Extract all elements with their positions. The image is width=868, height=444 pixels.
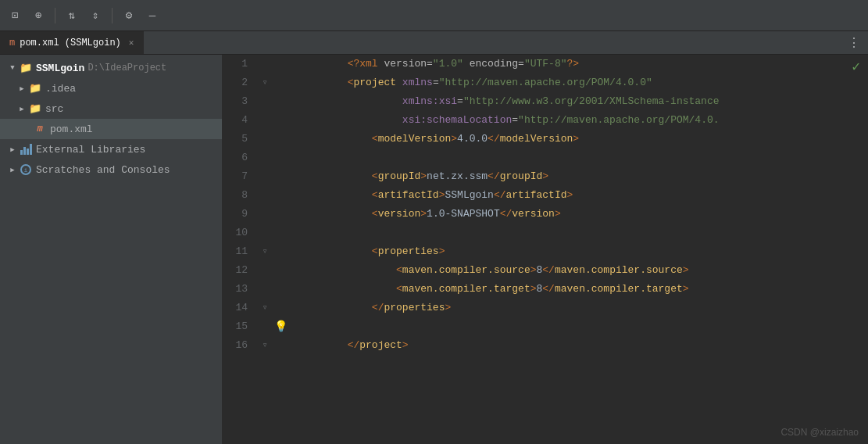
src-arrow: ▶ — [16, 102, 28, 115]
code-area[interactable]: <?xml version="1.0" encoding="UTF-8"?> ✓… — [254, 55, 868, 444]
sidebar-item-pomxml[interactable]: m pom.xml — [0, 119, 222, 139]
line-number: 14 — [232, 299, 248, 317]
main-layout: ▼ 📁 SSMLgoin D:\IdeaProject ▶ 📁 .idea ▶ … — [0, 55, 868, 444]
code-line-9: <version>1.0-SNAPSHOT</version> — [257, 205, 868, 224]
code-line-5: <modelVersion>4.0.0</modelVersion> — [257, 130, 868, 149]
pomxml-icon: m — [33, 122, 47, 136]
toolbar-icon-square[interactable]: ⊡ — [6, 7, 23, 24]
line-number: 7 — [232, 167, 248, 186]
extlib-icon — [19, 142, 33, 156]
line-number: 3 — [232, 92, 248, 111]
fold-icon-11[interactable]: ▿ — [257, 244, 273, 260]
line-number: 13 — [232, 280, 248, 299]
scratches-icon: i — [19, 163, 33, 177]
editor: 1 2 3 4 5 6 7 8 9 10 11 12 13 14 15 16 — [223, 55, 868, 444]
code-line-14: ▿ </properties> — [257, 299, 868, 317]
fold-icon-2[interactable]: ▿ — [257, 75, 273, 91]
tab-close-button[interactable]: ✕ — [129, 38, 134, 48]
scratches-label: Scratches and Consoles — [36, 164, 170, 176]
line-number: 12 — [232, 261, 248, 280]
code-line-16: ▿ </project> — [257, 336, 868, 355]
line-number: 16 — [232, 336, 248, 355]
tab-bar: m pom.xml (SSMLgoin) ✕ ⋮ — [0, 31, 868, 55]
line-number: 15 — [232, 317, 248, 336]
line-number: 4 — [232, 111, 248, 130]
project-path: D:\IdeaProject — [88, 63, 166, 73]
toolbar-icon-nav2[interactable]: ⇕ — [87, 7, 104, 24]
sidebar-item-project-root[interactable]: ▼ 📁 SSMLgoin D:\IdeaProject — [0, 58, 222, 78]
project-folder-icon: 📁 — [19, 61, 33, 75]
src-folder-icon: 📁 — [28, 102, 42, 116]
project-root-arrow: ▼ — [6, 62, 19, 74]
toolbar-icon-nav1[interactable]: ⇅ — [63, 7, 80, 24]
code-text: </project> — [274, 317, 409, 374]
line-numbers: 1 2 3 4 5 6 7 8 9 10 11 12 13 14 15 16 — [223, 55, 254, 444]
scratches-arrow: ▶ — [6, 163, 19, 176]
toolbar-separator-1 — [55, 8, 55, 23]
tab-label: pom.xml (SSMLgoin) — [20, 38, 121, 48]
sidebar: ▼ 📁 SSMLgoin D:\IdeaProject ▶ 📁 .idea ▶ … — [0, 55, 223, 444]
pomxml-label: pom.xml — [50, 124, 93, 135]
line-number: 2 — [232, 73, 248, 92]
editor-content: 1 2 3 4 5 6 7 8 9 10 11 12 13 14 15 16 — [223, 55, 868, 444]
sidebar-item-idea[interactable]: ▶ 📁 .idea — [0, 78, 222, 98]
line-number: 1 — [232, 55, 248, 73]
toolbar-icon-settings[interactable]: ⚙ — [120, 7, 138, 24]
sidebar-item-src[interactable]: ▶ 📁 src — [0, 98, 222, 119]
tab-pom[interactable]: m pom.xml (SSMLgoin) ✕ — [0, 31, 144, 54]
sidebar-item-extlib[interactable]: ▶ External Libraries — [0, 139, 222, 159]
toolbar-separator-2 — [112, 8, 113, 23]
fold-icon-16[interactable]: ▿ — [257, 338, 273, 353]
toolbar-icon-circle[interactable]: ⊕ — [30, 7, 47, 24]
line-number: 9 — [232, 205, 248, 224]
idea-label: .idea — [45, 83, 76, 95]
idea-arrow: ▶ — [16, 82, 28, 95]
fold-icon-14[interactable]: ▿ — [257, 300, 273, 316]
tab-icon-xml: m — [9, 38, 15, 48]
sidebar-item-scratches[interactable]: ▶ i Scratches and Consoles — [0, 159, 222, 180]
line-number: 5 — [232, 130, 248, 149]
src-label: src — [45, 103, 63, 115]
idea-folder-icon: 📁 — [28, 81, 42, 95]
tab-overflow-button[interactable]: ⋮ — [840, 31, 868, 54]
watermark: CSDN @xizaizhao — [780, 427, 859, 438]
line-number: 11 — [232, 242, 248, 261]
toolbar: ⊡ ⊕ ⇅ ⇕ ⚙ — — [0, 0, 868, 31]
line-number: 8 — [232, 186, 248, 205]
extlib-arrow: ▶ — [6, 143, 19, 156]
toolbar-icon-minimize[interactable]: — — [144, 7, 161, 24]
extlib-label: External Libraries — [36, 144, 145, 156]
line-number: 6 — [232, 149, 248, 167]
project-name: SSMLgoin — [36, 63, 84, 74]
line-number: 10 — [232, 224, 248, 242]
